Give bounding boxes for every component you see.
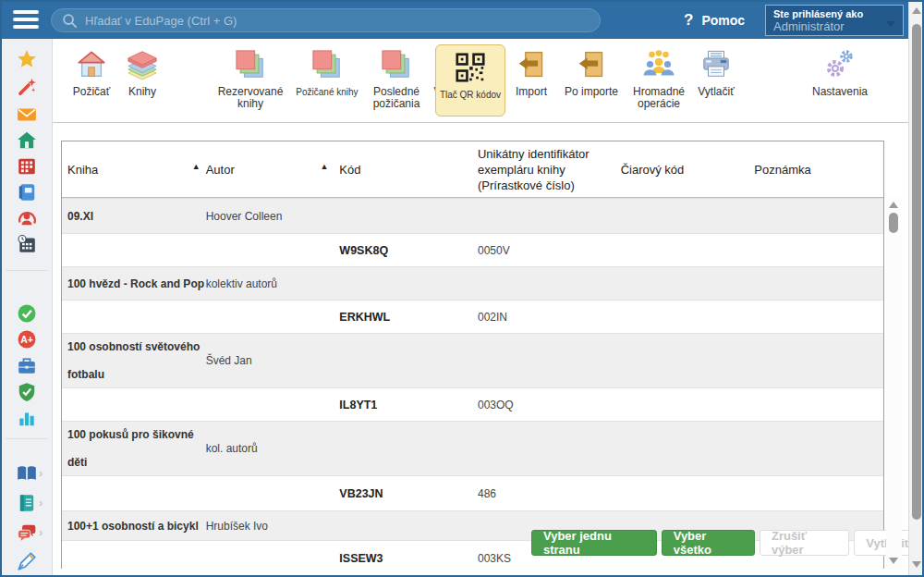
table-scrollbar[interactable] bbox=[886, 197, 902, 570]
toolbar-label: Import bbox=[516, 86, 547, 98]
magic-wand-icon[interactable] bbox=[16, 76, 38, 98]
stacked-books-icon bbox=[381, 46, 412, 83]
toolbar-label: Knihy bbox=[128, 86, 156, 98]
toolbar-button-hromadne-operacie[interactable]: Hromadné operácie bbox=[626, 46, 692, 117]
printer-icon bbox=[700, 46, 732, 83]
topbar: Hľadať v EduPage (Ctrl + G) ? Pomoc Ste … bbox=[2, 2, 922, 39]
home-icon[interactable] bbox=[16, 129, 38, 152]
scroll-down-icon[interactable] bbox=[889, 558, 898, 564]
sidebar-divider bbox=[6, 270, 48, 271]
question-mark-icon: ? bbox=[684, 11, 693, 30]
user-menu[interactable]: Ste prihlásený ako Administrátor bbox=[765, 5, 904, 36]
search-icon bbox=[62, 13, 78, 29]
sidebar-divider bbox=[6, 438, 48, 439]
toolbar-button-import[interactable]: Import bbox=[509, 46, 553, 117]
select-all-button[interactable]: Vyber všetko bbox=[662, 530, 755, 556]
check-circle-icon[interactable] bbox=[16, 302, 38, 325]
briefcase-icon[interactable] bbox=[16, 355, 38, 377]
star-icon[interactable] bbox=[16, 48, 38, 70]
column-header-poznamka[interactable]: Poznámka bbox=[754, 141, 883, 197]
toolbar-label: Hromadné operácie bbox=[626, 86, 692, 110]
toolbar-button-posledne-pozicania[interactable]: Posledné požičania bbox=[365, 46, 428, 117]
table-row[interactable]: VB23JN486 bbox=[62, 475, 883, 510]
toolbar-button-tlac-qr-kodov[interactable]: Tlač QR kódov bbox=[435, 44, 505, 117]
help-label: Pomoc bbox=[701, 13, 745, 28]
table-header: Kniha▲ Autor▲ Kód Unikátny identifikátor… bbox=[62, 141, 883, 198]
people-group-icon bbox=[642, 46, 675, 83]
page-scrollbar-thumb[interactable] bbox=[912, 24, 921, 520]
table-scrollbar-thumb[interactable] bbox=[889, 213, 898, 233]
help-button[interactable]: ? Pomoc bbox=[684, 2, 745, 39]
toolbar-button-pozicane-knihy[interactable]: Požičané knihy bbox=[289, 46, 365, 117]
toolbar-button-knihy[interactable]: Knihy bbox=[118, 46, 166, 117]
chevron-right-icon: › bbox=[39, 466, 43, 480]
toolbar-button-vytlacit[interactable]: Vytlačiť bbox=[692, 46, 740, 117]
table-row[interactable]: 100 pokusů pro šikovné dětikol. autorů bbox=[62, 421, 883, 475]
table-row[interactable]: W9SK8Q0050V bbox=[62, 233, 883, 266]
stacked-books-icon bbox=[235, 46, 266, 83]
library-book-icon[interactable] bbox=[16, 462, 38, 485]
sidebar: A+ › › › bbox=[2, 39, 53, 577]
toolbar-label: Nastavenia bbox=[812, 86, 868, 98]
notebook-icon[interactable] bbox=[16, 181, 38, 203]
books-table: Kniha▲ Autor▲ Kód Unikátny identifikátor… bbox=[61, 141, 884, 569]
chevron-down-icon bbox=[886, 21, 895, 27]
toolbar-button-nastavenia[interactable]: Nastavenia bbox=[804, 46, 876, 117]
toolbar-button-rezervovane-knihy[interactable]: Rezervované knihy bbox=[210, 46, 291, 117]
pen-icon[interactable] bbox=[16, 550, 38, 572]
svg-text:A+: A+ bbox=[20, 335, 33, 345]
table-row[interactable]: 100 osobností světového fotbaluŠvéd Jan bbox=[62, 333, 883, 387]
toolbar-label: Požičať bbox=[73, 86, 111, 98]
table-row[interactable]: ERKHWL002IN bbox=[62, 300, 883, 333]
page-scrollbar[interactable] bbox=[908, 2, 924, 575]
statistics-bars-icon[interactable] bbox=[16, 407, 38, 429]
toolbar-label: Vytlačiť bbox=[698, 86, 734, 98]
toolbar: Požičať Knihy Rezervované knihy Požičané… bbox=[53, 39, 910, 123]
column-header-autor[interactable]: Autor▲ bbox=[206, 141, 340, 197]
search-placeholder: Hľadať v EduPage (Ctrl + G) bbox=[85, 14, 237, 28]
house-icon bbox=[76, 46, 107, 83]
scroll-up-icon[interactable] bbox=[912, 7, 921, 14]
toolbar-label: Po importe bbox=[565, 86, 618, 98]
column-header-ciarovy-kod[interactable]: Čiarový kód bbox=[621, 141, 755, 197]
logged-in-as-label: Ste prihlásený ako bbox=[773, 7, 895, 20]
menu-icon[interactable] bbox=[13, 10, 39, 31]
toolbar-button-po-importe[interactable]: Po importe bbox=[557, 46, 626, 117]
search-input[interactable]: Hľadať v EduPage (Ctrl + G) bbox=[51, 8, 601, 32]
mail-icon[interactable] bbox=[16, 104, 38, 126]
e-learning-book-icon[interactable] bbox=[16, 492, 38, 514]
scroll-down-icon[interactable] bbox=[912, 561, 921, 568]
cancel-selection-button[interactable]: Zrušiť výber bbox=[760, 530, 849, 556]
toolbar-label: Posledné požičania bbox=[365, 86, 428, 110]
user-icon[interactable] bbox=[16, 207, 38, 229]
schedule-clock-icon[interactable] bbox=[16, 233, 38, 255]
sort-asc-icon[interactable]: ▲ bbox=[192, 162, 201, 171]
chevron-right-icon: › bbox=[39, 525, 43, 539]
import-arrow-icon bbox=[577, 46, 606, 83]
gears-icon bbox=[823, 46, 857, 83]
qr-code-icon bbox=[456, 49, 485, 86]
shield-check-icon[interactable] bbox=[16, 381, 38, 403]
layers-icon bbox=[125, 46, 160, 83]
timetable-icon[interactable] bbox=[16, 155, 38, 178]
user-role: Administrátor bbox=[773, 20, 895, 33]
toolbar-button-pozicat[interactable]: Požičať bbox=[63, 46, 120, 117]
chevron-right-icon: › bbox=[39, 496, 43, 509]
edupage-window: Hľadať v EduPage (Ctrl + G) ? Pomoc Ste … bbox=[0, 0, 924, 577]
forum-chat-icon[interactable] bbox=[16, 522, 38, 544]
stacked-books-icon bbox=[311, 46, 343, 83]
table-row[interactable]: 100 hvězd - Rock and Popkolektiv autorů bbox=[62, 266, 883, 300]
column-header-kniha[interactable]: Kniha▲ bbox=[62, 141, 206, 197]
sort-asc-icon[interactable]: ▲ bbox=[320, 162, 328, 171]
toolbar-label: Tlač QR kódov bbox=[440, 89, 501, 101]
toolbar-label: Požičané knihy bbox=[296, 86, 358, 98]
scroll-up-icon[interactable] bbox=[889, 202, 898, 208]
selection-actions: Vyber jednu stranu Vyber všetko Zrušiť v… bbox=[531, 530, 922, 556]
import-arrow-icon bbox=[517, 46, 546, 83]
table-row[interactable]: 09.XIHoover Colleen bbox=[62, 198, 883, 233]
column-header-identifikator[interactable]: Unikátny identifikátor exempláru knihy (… bbox=[478, 141, 621, 197]
column-header-kod[interactable]: Kód bbox=[339, 141, 478, 197]
grades-a-plus-icon[interactable]: A+ bbox=[16, 328, 38, 350]
select-one-page-button[interactable]: Vyber jednu stranu bbox=[531, 530, 657, 556]
table-row[interactable]: IL8YT1003OQ bbox=[62, 387, 883, 421]
